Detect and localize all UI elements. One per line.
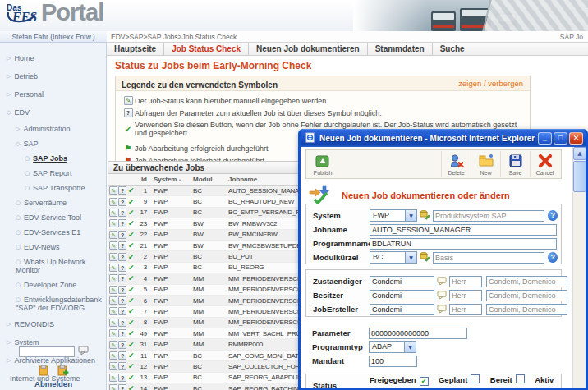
parameter-info-button[interactable]: ?	[118, 341, 126, 349]
tab[interactable]: Job Status Check	[163, 43, 248, 55]
modul-select[interactable]: BC ▼	[370, 251, 417, 264]
publish-button[interactable]: Publish	[308, 151, 338, 177]
sidebar-item[interactable]: ◇EDV	[0, 103, 106, 122]
edit-status-button[interactable]: ✎	[109, 286, 117, 294]
mark-ok-button[interactable]: ✔	[128, 362, 134, 370]
close-button[interactable]: ✕	[569, 132, 583, 145]
system-select[interactable]: FWP ▼	[370, 209, 417, 222]
mark-ok-button[interactable]: ✔	[128, 296, 134, 305]
parameter-info-button[interactable]: ?	[118, 219, 126, 227]
edit-status-button[interactable]: ✎	[109, 186, 117, 195]
sidebar-item[interactable]: ○EDV-Service Tool	[0, 210, 106, 225]
parameter-info-button[interactable]: ?	[118, 198, 126, 206]
mark-ok-button[interactable]: ✔	[128, 374, 134, 382]
parameter-info-button[interactable]: ?	[118, 231, 126, 239]
chevron-down-icon[interactable]: ▼	[405, 209, 417, 222]
edit-status-button[interactable]: ✎	[109, 329, 117, 337]
mark-ok-button[interactable]: ✔	[128, 384, 134, 390]
mark-ok-button[interactable]: ✔	[128, 253, 134, 261]
besitzer-fullname-field[interactable]	[486, 290, 567, 301]
sidebar-item[interactable]: ◇SAP	[0, 136, 106, 151]
besitzer-anrede-field[interactable]	[449, 290, 482, 301]
edit-status-button[interactable]: ✎	[109, 307, 117, 315]
modul-desc-field[interactable]	[433, 252, 544, 264]
zustaendiger-name-field[interactable]	[370, 276, 434, 287]
tab[interactable]: Suche	[432, 43, 472, 55]
sidebar-item[interactable]: ○SAP Report	[0, 166, 106, 181]
besitzer-name-field[interactable]	[370, 290, 434, 301]
save-button[interactable]: Save	[500, 151, 530, 177]
edit-record-icon[interactable]	[420, 250, 430, 265]
person-picker-icon[interactable]	[437, 302, 447, 317]
mark-ok-button[interactable]: ✔	[128, 219, 134, 227]
mark-ok-button[interactable]: ✔	[128, 186, 134, 195]
person-picker-icon[interactable]	[437, 288, 447, 303]
parameter-info-button[interactable]: ?	[118, 329, 126, 337]
new-button[interactable]: New	[471, 151, 500, 177]
mark-ok-button[interactable]: ✔	[128, 241, 134, 250]
programmtyp-select[interactable]: ABAP ▼	[369, 341, 416, 353]
help-icon[interactable]: ?	[548, 252, 558, 263]
edit-status-button[interactable]: ✎	[109, 362, 117, 370]
mandant-field[interactable]	[369, 356, 417, 367]
parameter-info-button[interactable]: ?	[118, 319, 126, 327]
logout-link[interactable]: Abmelden	[0, 379, 107, 388]
parameter-info-button[interactable]: ?	[118, 296, 126, 305]
parameter-info-button[interactable]: ?	[118, 362, 126, 370]
cancel-button[interactable]: Cancel	[530, 151, 559, 177]
system-desc-field[interactable]	[433, 210, 544, 222]
mark-ok-button[interactable]: ✔	[128, 351, 134, 360]
parameter-field[interactable]	[369, 328, 467, 339]
column-header-system[interactable]: System▴	[147, 176, 193, 183]
edit-status-button[interactable]: ✎	[109, 384, 117, 390]
speech-bubble-icon[interactable]	[78, 344, 89, 359]
parameter-info-button[interactable]: ?	[118, 374, 126, 382]
edit-status-button[interactable]: ✎	[109, 253, 117, 261]
sidebar-item[interactable]: ○EDV-News	[0, 240, 106, 255]
clipboard-icon[interactable]	[38, 365, 49, 376]
sidebar-item[interactable]: ○Serverräume	[0, 195, 106, 210]
scrollbar-thumb[interactable]	[573, 161, 586, 192]
tab[interactable]: Stammdaten	[367, 43, 432, 55]
column-header-id[interactable]: Id	[137, 176, 147, 183]
status-checkbox[interactable]	[420, 377, 429, 386]
programmname-field[interactable]	[370, 238, 557, 250]
parameter-info-button[interactable]: ?	[118, 286, 126, 294]
column-header-modul[interactable]: Modul	[193, 176, 228, 183]
edit-status-button[interactable]: ✎	[109, 374, 117, 382]
sidebar-item[interactable]: ○Whats Up Network Monitor	[0, 255, 106, 278]
maximize-button[interactable]: □	[554, 132, 567, 145]
person-picker-icon[interactable]	[437, 274, 447, 289]
edit-status-button[interactable]: ✎	[109, 231, 117, 239]
sidebar-item[interactable]: ○Developer Zone	[0, 278, 106, 292]
mark-ok-button[interactable]: ✔	[128, 319, 134, 327]
sidebar-item[interactable]: ○EDV-Services E1	[0, 225, 106, 240]
parameter-info-button[interactable]: ?	[118, 253, 126, 261]
chevron-down-icon[interactable]: ▼	[404, 341, 416, 353]
sidebar-item[interactable]: ▷Administration	[0, 122, 106, 136]
dialog-titlebar[interactable]: Neuen Job dokumentieren - Microsoft Inte…	[301, 129, 586, 147]
mark-ok-button[interactable]: ✔	[128, 231, 134, 239]
tab[interactable]: Hauptseite	[107, 43, 163, 55]
delete-button[interactable]: Delete	[441, 151, 471, 177]
edit-status-button[interactable]: ✎	[109, 296, 117, 305]
sidebar-item[interactable]: ▷Home	[0, 49, 106, 67]
parameter-info-button[interactable]: ?	[118, 351, 126, 360]
parameter-info-button[interactable]: ?	[118, 384, 126, 390]
parameter-info-button[interactable]: ?	[118, 186, 126, 195]
edit-status-button[interactable]: ✎	[109, 264, 117, 272]
sidebar-item[interactable]: ▷REMONDIS	[0, 315, 106, 333]
edit-status-button[interactable]: ✎	[109, 198, 117, 206]
edit-status-button[interactable]: ✎	[109, 274, 117, 282]
edit-record-icon[interactable]	[420, 209, 430, 223]
jobersteller-anrede-field[interactable]	[449, 304, 482, 315]
jobname-field[interactable]	[370, 224, 557, 236]
help-icon[interactable]: ?	[548, 210, 558, 221]
chevron-down-icon[interactable]: ▼	[405, 251, 417, 264]
parameter-info-button[interactable]: ?	[118, 209, 126, 217]
edit-status-button[interactable]: ✎	[109, 209, 117, 217]
sidebar-item[interactable]: ○SAP Transporte	[0, 181, 106, 195]
edit-status-button[interactable]: ✎	[109, 319, 117, 327]
jobersteller-fullname-field[interactable]	[486, 304, 567, 315]
mark-ok-button[interactable]: ✔	[128, 341, 134, 349]
